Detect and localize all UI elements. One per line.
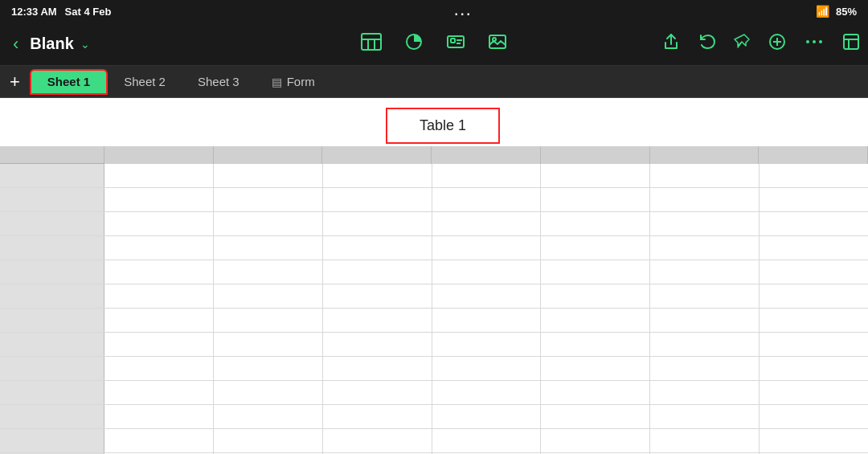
cell[interactable] [323,381,432,404]
cell[interactable] [104,357,214,380]
cell[interactable] [650,164,760,187]
cell[interactable] [323,260,432,284]
undo-icon[interactable] [698,33,715,55]
cell[interactable] [760,405,868,428]
cell[interactable] [650,357,760,380]
insert-object-icon[interactable] [446,33,465,55]
cell[interactable] [214,429,323,452]
more-options-icon[interactable] [804,33,825,55]
cell[interactable] [214,236,323,260]
sheet-tab-sheet3[interactable]: Sheet 3 [182,69,256,95]
cell[interactable] [760,309,868,332]
cell[interactable] [214,381,323,404]
cell[interactable] [323,405,432,428]
cell[interactable] [214,188,323,211]
cell[interactable] [432,188,542,211]
cell[interactable] [214,405,323,428]
cell[interactable] [541,333,650,356]
cell[interactable] [323,284,432,308]
cell[interactable] [432,405,542,428]
cell[interactable] [323,164,432,187]
cell[interactable] [760,164,868,187]
cell[interactable] [541,405,650,428]
cell[interactable] [432,212,542,235]
cell[interactable] [432,333,542,356]
cell[interactable] [650,381,760,404]
cell[interactable] [760,429,868,452]
cell[interactable] [432,381,542,404]
cell[interactable] [323,188,432,211]
cell[interactable] [214,333,323,356]
sheet-tab-form[interactable]: ▤ Form [256,69,331,95]
cell[interactable] [104,260,214,284]
cell[interactable] [432,260,542,284]
cell[interactable] [650,260,760,284]
format-icon[interactable] [768,33,786,55]
cell[interactable] [214,164,323,187]
cell[interactable] [323,333,432,356]
back-button[interactable]: ‹ [8,31,23,58]
cell[interactable] [432,357,542,380]
cell[interactable] [104,381,214,404]
cell[interactable] [760,212,868,235]
cell[interactable] [760,357,868,380]
cell[interactable] [104,309,214,332]
cell[interactable] [760,333,868,356]
cell[interactable] [760,381,868,404]
cell[interactable] [760,284,868,308]
cell[interactable] [214,284,323,308]
cell[interactable] [104,236,214,260]
cell[interactable] [214,212,323,235]
chevron-down-icon[interactable]: ⌄ [80,38,90,51]
cell[interactable] [650,212,760,235]
cell[interactable] [104,405,214,428]
cell[interactable] [541,212,650,235]
cell[interactable] [432,309,542,332]
cell[interactable] [650,429,760,452]
cell[interactable] [650,405,760,428]
cell[interactable] [104,212,214,235]
cell[interactable] [323,236,432,260]
cell[interactable] [214,357,323,380]
cell[interactable] [541,309,650,332]
cell[interactable] [214,260,323,284]
add-sheet-button[interactable]: + [6,73,30,91]
cell[interactable] [650,309,760,332]
sheet-tab-sheet2[interactable]: Sheet 2 [108,69,182,95]
insert-table-icon[interactable] [361,33,382,55]
cell[interactable] [104,333,214,356]
cell[interactable] [541,381,650,404]
cell[interactable] [323,212,432,235]
cell[interactable] [104,188,214,211]
cell[interactable] [760,260,868,284]
insert-image-icon[interactable] [488,33,507,55]
table-title-box[interactable]: Table 1 [386,108,500,144]
cell[interactable] [541,429,650,452]
cell[interactable] [541,260,650,284]
cell[interactable] [541,188,650,211]
share-icon[interactable] [662,33,680,55]
cell[interactable] [104,284,214,308]
cell[interactable] [214,309,323,332]
cell[interactable] [432,164,542,187]
cell[interactable] [323,429,432,452]
cell[interactable] [104,429,214,452]
cell[interactable] [650,236,760,260]
cell[interactable] [650,188,760,211]
cell[interactable] [104,164,214,187]
cell[interactable] [323,309,432,332]
cell[interactable] [432,236,542,260]
cell[interactable] [760,236,868,260]
cell[interactable] [432,284,542,308]
insert-chart-icon[interactable] [404,33,424,55]
cell[interactable] [432,429,542,452]
cell[interactable] [650,284,760,308]
sheet-tab-sheet1[interactable]: Sheet 1 [30,69,108,95]
cell[interactable] [541,284,650,308]
cell[interactable] [760,188,868,211]
cell[interactable] [541,236,650,260]
pin-icon[interactable] [733,33,751,55]
cell[interactable] [541,164,650,187]
spreadsheet-settings-icon[interactable] [842,33,860,55]
cell[interactable] [323,357,432,380]
